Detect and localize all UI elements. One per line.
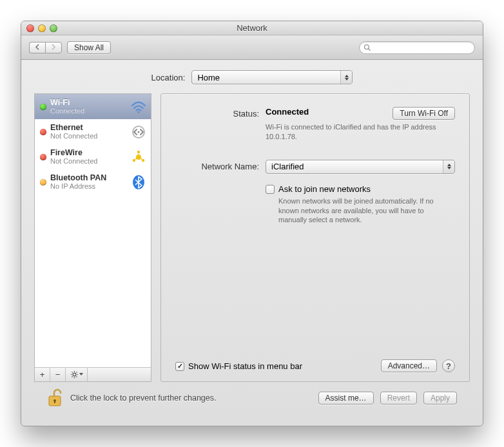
- service-status: Not Connected: [50, 157, 126, 166]
- svg-rect-24: [54, 401, 55, 403]
- location-select[interactable]: Home: [191, 70, 353, 84]
- svg-line-1: [369, 48, 371, 50]
- status-dot-green-icon: [40, 104, 46, 110]
- svg-point-4: [138, 131, 140, 133]
- service-name: Wi-Fi: [50, 98, 126, 107]
- content-area: Location: Home Wi-Fi Connected: [21, 60, 483, 426]
- svg-line-18: [72, 372, 72, 372]
- ethernet-icon: [130, 124, 147, 140]
- status-dot-red-icon: [40, 129, 46, 135]
- service-wifi[interactable]: Wi-Fi Connected: [35, 94, 151, 119]
- show-menubar-label: Show Wi-Fi status in menu bar: [188, 361, 302, 371]
- ask-join-description: Known networks will be joined automatica…: [278, 196, 452, 225]
- toolbar: Show All: [21, 35, 483, 60]
- search-icon: [363, 44, 371, 52]
- turn-wifi-off-button[interactable]: Turn Wi-Fi Off: [393, 107, 455, 120]
- status-dot-orange-icon: [40, 179, 46, 185]
- svg-point-13: [73, 373, 76, 376]
- chevron-down-icon: [79, 373, 83, 376]
- service-bluetooth-pan[interactable]: Bluetooth PAN No IP Address: [35, 169, 151, 195]
- location-value: Home: [197, 73, 220, 82]
- show-menubar-checkbox[interactable]: [175, 362, 184, 371]
- service-firewire[interactable]: FireWire Not Connected: [35, 144, 151, 169]
- apply-button[interactable]: Apply: [423, 392, 457, 404]
- service-list: Wi-Fi Connected Ethernet Not Connected: [35, 94, 151, 367]
- firewire-icon: [130, 149, 147, 166]
- location-row: Location: Home: [34, 70, 470, 84]
- remove-service-button[interactable]: −: [50, 368, 66, 381]
- network-prefs-window: Network Show All Location: Home: [21, 21, 483, 426]
- svg-point-7: [133, 158, 135, 161]
- status-description: Wi-Fi is connected to iClarified and has…: [266, 122, 440, 142]
- location-label: Location:: [151, 73, 186, 82]
- select-arrows-icon: [443, 160, 454, 173]
- lock-open-icon: [47, 388, 64, 408]
- detail-panel: Status: Connected Turn Wi-Fi Off Wi-Fi i…: [160, 93, 470, 382]
- sidebar-toolbar: + −: [35, 367, 151, 381]
- assist-me-button[interactable]: Assist me…: [318, 392, 374, 404]
- network-name-value: iClarified: [271, 162, 304, 171]
- lock-text: Click the lock to prevent further change…: [70, 394, 217, 403]
- svg-line-11: [141, 158, 142, 159]
- svg-point-0: [365, 44, 369, 49]
- help-button[interactable]: ?: [442, 359, 455, 372]
- select-arrows-icon: [340, 71, 352, 84]
- show-all-button[interactable]: Show All: [67, 41, 111, 54]
- revert-button[interactable]: Revert: [380, 392, 417, 404]
- ask-join-checkbox[interactable]: [266, 185, 275, 194]
- service-name: Bluetooth PAN: [50, 173, 126, 182]
- titlebar: Network: [21, 21, 483, 35]
- network-name-select[interactable]: iClarified: [266, 160, 455, 174]
- service-status: Connected: [50, 107, 126, 115]
- chevron-left-icon: [35, 44, 40, 50]
- bluetooth-icon: [130, 174, 147, 191]
- svg-point-8: [142, 158, 144, 161]
- body-split: Wi-Fi Connected Ethernet Not Connected: [34, 93, 470, 382]
- add-service-button[interactable]: +: [35, 368, 50, 381]
- window-title: Network: [21, 23, 483, 33]
- service-ethernet[interactable]: Ethernet Not Connected: [35, 119, 151, 144]
- status-dot-red-icon: [40, 154, 46, 160]
- service-action-button[interactable]: [66, 368, 88, 381]
- service-name: FireWire: [50, 148, 126, 157]
- advanced-button[interactable]: Advanced…: [381, 359, 437, 372]
- svg-point-2: [137, 111, 139, 113]
- lock-toggle[interactable]: [47, 388, 64, 408]
- svg-point-5: [136, 155, 141, 160]
- svg-point-6: [137, 150, 140, 153]
- service-status: No IP Address: [50, 182, 126, 191]
- ask-join-label: Ask to join new networks: [278, 184, 371, 194]
- service-name: Ethernet: [50, 123, 126, 132]
- search-field[interactable]: [359, 41, 475, 54]
- service-status: Not Connected: [50, 132, 126, 140]
- svg-line-21: [76, 372, 77, 372]
- footer-row: Click the lock to prevent further change…: [34, 382, 470, 417]
- nav-segmented: [29, 42, 62, 53]
- chevron-right-icon: [51, 44, 56, 50]
- status-label: Status:: [175, 107, 266, 142]
- svg-line-10: [135, 158, 137, 159]
- network-name-label: Network Name:: [175, 160, 266, 174]
- wifi-icon: [130, 99, 147, 115]
- svg-line-19: [76, 376, 77, 377]
- forward-button[interactable]: [45, 42, 62, 53]
- service-sidebar: Wi-Fi Connected Ethernet Not Connected: [34, 93, 151, 382]
- status-value: Connected: [266, 107, 309, 117]
- back-button[interactable]: [29, 42, 45, 53]
- panel-bottom-row: Show Wi-Fi status in menu bar Advanced… …: [175, 359, 455, 372]
- gear-icon: [70, 370, 79, 379]
- svg-line-20: [72, 376, 72, 377]
